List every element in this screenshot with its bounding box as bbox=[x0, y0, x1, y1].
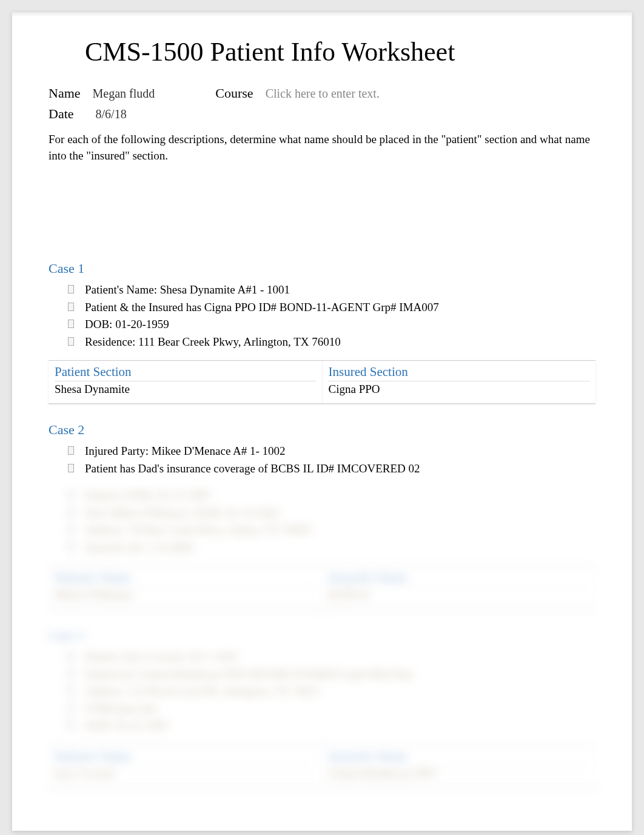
list-item: #7689 plan info bbox=[68, 700, 595, 718]
list-item: Injured Party: Mikee D'Menace A# 1- 1002 bbox=[68, 443, 595, 460]
list-item: Residence: 111 Bear Creek Pkwy, Arlingto… bbox=[68, 334, 595, 351]
list-item: Address: 78 Bear Creek Pkwy, Salina, TX … bbox=[68, 521, 595, 539]
patient-section-heading: Patient's Name bbox=[55, 749, 316, 766]
patient-section-value: Ima Covered bbox=[55, 767, 316, 780]
case-2: Case 2 Injured Party: Mikee D'Menace A# … bbox=[49, 422, 595, 609]
header-row-1: Name Megan fludd Course Click here to en… bbox=[49, 86, 595, 101]
date-label: Date bbox=[49, 106, 74, 122]
list-item: Patient's Name: Shesa Dynamite A#1 - 100… bbox=[68, 281, 595, 299]
case-3-section-table: Patient's Name Ima Covered Insured's Nam… bbox=[49, 745, 595, 788]
case-1-section-table: Patient Section Shesa Dynamite Insured S… bbox=[49, 360, 595, 404]
list-item: Insured's A# 1-23-4094 bbox=[68, 539, 595, 557]
list-item: Dad: Mikee D'Menace, DOB: 02-14-1962 bbox=[68, 505, 595, 522]
list-item: Patient's DOB: 05-15-1987 bbox=[68, 487, 595, 505]
case-1-title: Case 1 bbox=[49, 261, 595, 277]
name-value: Megan fludd bbox=[93, 87, 155, 101]
spacing-gap bbox=[49, 164, 595, 249]
insured-section-value: Cigna PPO bbox=[329, 383, 590, 396]
course-label: Course bbox=[215, 86, 253, 101]
document-page: CMS-1500 Patient Info Worksheet Name Meg… bbox=[12, 12, 632, 831]
list-item: DOB: 01-20-1959 bbox=[68, 316, 595, 334]
patient-section-heading: Patient Section bbox=[55, 364, 316, 381]
header-row-2: Date 8/6/18 bbox=[49, 106, 595, 122]
case-3-title: Case 3 bbox=[49, 628, 595, 643]
insured-section-heading: Insured's Name bbox=[329, 749, 590, 766]
list-item: Patient has Dad's insurance coverage of … bbox=[68, 460, 595, 478]
list-item: Patient has United Healthcare PPO ID# IM… bbox=[68, 666, 595, 683]
insured-section-value: United Healthcare PPO bbox=[329, 767, 590, 780]
date-value: 8/6/18 bbox=[96, 107, 127, 121]
case-3-bullets: Patient: Ima Covered, A# 1-1003 Patient … bbox=[49, 648, 595, 735]
insured-section-value: BCBS IL bbox=[329, 588, 590, 602]
case-2-bullets: Injured Party: Mikee D'Menace A# 1- 1002… bbox=[49, 443, 595, 477]
instructions-text: For each of the following descriptions, … bbox=[49, 132, 595, 164]
case-1-bullets: Patient's Name: Shesa Dynamite A#1 - 100… bbox=[49, 281, 595, 350]
insured-section-col: Insured's Name BCBS IL bbox=[323, 566, 596, 609]
course-placeholder[interactable]: Click here to enter text. bbox=[266, 87, 380, 101]
insured-section-col: Insured's Name United Healthcare PPO bbox=[323, 745, 596, 788]
page-shadow bbox=[12, 12, 632, 17]
list-item: Patient & the Insured has Cigna PPO ID# … bbox=[68, 299, 595, 317]
patient-section-col: Patient's Name Mikee D'Menace bbox=[49, 566, 323, 609]
insured-section-heading: Insured Section bbox=[329, 364, 590, 381]
case-3: Case 3 Patient: Ima Covered, A# 1-1003 P… bbox=[49, 628, 595, 788]
list-item: DOB: 04-22-1987 bbox=[68, 717, 595, 735]
insured-section-col: Insured Section Cigna PPO bbox=[323, 361, 596, 403]
patient-section-col: Patient Section Shesa Dynamite bbox=[49, 361, 323, 403]
list-item: Patient: Ima Covered, A# 1-1003 bbox=[68, 648, 595, 666]
page-title: CMS-1500 Patient Info Worksheet bbox=[85, 36, 595, 67]
patient-section-heading: Patient's Name bbox=[55, 570, 316, 587]
list-item: Address: 123 Riverwood NE, Arlington, TX… bbox=[68, 683, 595, 700]
patient-section-value: Shesa Dynamite bbox=[55, 383, 316, 396]
name-label: Name bbox=[49, 86, 81, 101]
case-1: Case 1 Patient's Name: Shesa Dynamite A#… bbox=[49, 261, 595, 404]
case-2-title: Case 2 bbox=[49, 422, 595, 438]
insured-section-heading: Insured's Name bbox=[329, 570, 590, 587]
case-2-blurred: Patient's DOB: 05-15-1987 Dad: Mikee D'M… bbox=[49, 487, 595, 609]
list-item-text: Patient has Dad's insurance coverage of … bbox=[85, 462, 420, 475]
case-2-blurred-bullets: Patient's DOB: 05-15-1987 Dad: Mikee D'M… bbox=[49, 487, 595, 556]
case-2-section-table: Patient's Name Mikee D'Menace Insured's … bbox=[49, 566, 595, 609]
patient-section-col: Patient's Name Ima Covered bbox=[49, 745, 323, 788]
patient-section-value: Mikee D'Menace bbox=[55, 588, 316, 602]
